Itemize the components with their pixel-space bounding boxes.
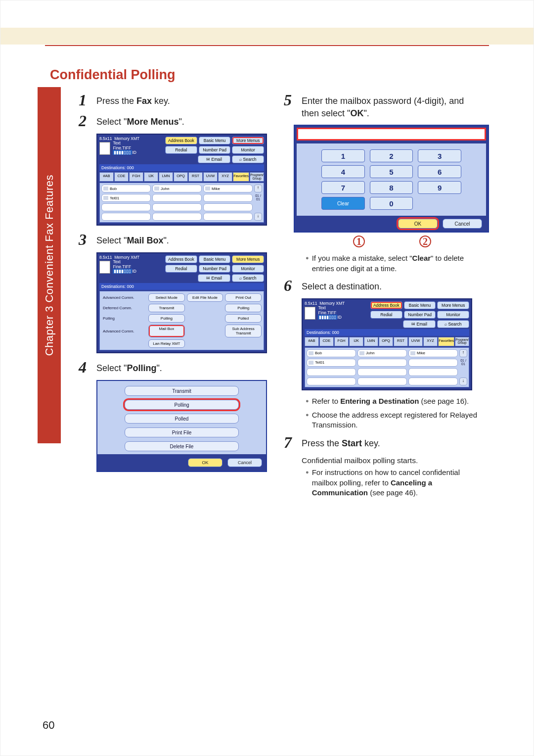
cancel-button[interactable]: Cancel bbox=[227, 458, 262, 467]
key-3[interactable]: 3 bbox=[418, 149, 461, 162]
search-button[interactable]: ⌕ Search bbox=[232, 274, 264, 282]
fax-ui-panel[interactable]: 8.5x11 Memory XMT Text Fine.TIFF ▮▮▮▮▯▯▯… bbox=[96, 134, 267, 226]
more-menus-button[interactable]: More Menus bbox=[232, 137, 264, 144]
number-pad-button[interactable]: Number Pad bbox=[199, 265, 231, 273]
contact-item[interactable]: John bbox=[152, 185, 202, 192]
address-book-button[interactable]: Address Book bbox=[370, 301, 402, 309]
cancel-button[interactable]: Cancel bbox=[443, 219, 482, 229]
contact-item[interactable] bbox=[152, 213, 202, 221]
mode-button[interactable]: Edit File Mode bbox=[187, 293, 223, 302]
contact-item[interactable]: Mike bbox=[408, 349, 458, 357]
destinations-band[interactable]: Destinations: 000 bbox=[305, 329, 469, 336]
mode-button[interactable]: Sub Address Transmit bbox=[225, 325, 262, 337]
alpha-tab[interactable]: RST bbox=[188, 172, 203, 182]
list-item[interactable]: Delete File bbox=[125, 441, 239, 451]
alpha-tab[interactable]: LMN bbox=[364, 337, 378, 346]
contact-item[interactable] bbox=[203, 194, 253, 202]
key-8[interactable]: 8 bbox=[370, 181, 413, 194]
scroll-down[interactable]: ↓ bbox=[254, 213, 262, 221]
contact-item[interactable]: Bob bbox=[101, 185, 151, 192]
number-pad-button[interactable]: Number Pad bbox=[199, 146, 231, 154]
alpha-tab[interactable]: LMN bbox=[159, 172, 173, 182]
destinations-band[interactable]: Destinations: 000 bbox=[99, 164, 264, 171]
list-panel[interactable]: Transmit Polling Polled Print File Delet… bbox=[96, 380, 267, 472]
ok-button[interactable]: OK bbox=[188, 458, 222, 467]
contact-item[interactable] bbox=[152, 194, 202, 202]
contact-item[interactable] bbox=[101, 213, 151, 221]
list-item[interactable]: Polled bbox=[125, 414, 239, 424]
alpha-tab[interactable]: FGH bbox=[129, 172, 143, 182]
contact-item[interactable] bbox=[357, 359, 407, 367]
alpha-tab[interactable]: XYZ bbox=[423, 337, 438, 346]
contact-item[interactable] bbox=[203, 213, 253, 221]
number-pad-button[interactable]: Number Pad bbox=[404, 311, 436, 319]
contact-item[interactable]: Tel01 bbox=[101, 194, 151, 202]
alpha-tab[interactable]: OPQ bbox=[174, 172, 188, 182]
mode-button[interactable]: Select Mode bbox=[148, 293, 185, 302]
redial-button[interactable]: Redial bbox=[165, 146, 197, 154]
contact-item[interactable]: Tel01 bbox=[307, 359, 356, 367]
list-item[interactable]: Transmit bbox=[125, 386, 239, 396]
key-1[interactable]: 1 bbox=[321, 149, 365, 162]
contact-item[interactable] bbox=[307, 378, 356, 385]
alpha-tab[interactable]: UVW bbox=[408, 337, 423, 346]
monitor-button[interactable]: Monitor bbox=[437, 311, 469, 319]
alpha-tab[interactable]: RST bbox=[394, 337, 408, 346]
favorites-tab[interactable]: Favorites bbox=[438, 337, 454, 346]
mode-button[interactable]: Polling bbox=[225, 304, 262, 312]
key-clear[interactable]: Clear bbox=[321, 197, 365, 210]
alpha-tab[interactable]: IJK bbox=[349, 337, 363, 346]
scroll-down[interactable]: ↓ bbox=[459, 378, 467, 385]
address-book-button[interactable]: Address Book bbox=[165, 255, 197, 263]
ok-button[interactable]: OK bbox=[398, 219, 438, 229]
mode-button[interactable]: Polled bbox=[225, 314, 262, 323]
key-7[interactable]: 7 bbox=[321, 181, 365, 194]
redial-button[interactable]: Redial bbox=[370, 311, 402, 319]
program-group-tab[interactable]: Program/ Group bbox=[455, 337, 469, 346]
contact-item[interactable] bbox=[307, 368, 356, 376]
alpha-tab[interactable]: XYZ bbox=[218, 172, 232, 182]
mode-button[interactable]: Print Out bbox=[225, 293, 262, 302]
alpha-tab[interactable]: FGH bbox=[334, 337, 349, 346]
key-2[interactable]: 2 bbox=[370, 149, 413, 162]
key-9[interactable]: 9 bbox=[418, 181, 461, 194]
alpha-tab[interactable]: UVW bbox=[203, 172, 218, 182]
contact-item[interactable] bbox=[357, 368, 407, 376]
email-button[interactable]: ✉ Email bbox=[403, 320, 435, 328]
destinations-band[interactable]: Destinations: 000 bbox=[99, 283, 264, 290]
polling-button[interactable]: Polling bbox=[125, 400, 239, 410]
search-button[interactable]: ⌕ Search bbox=[437, 320, 469, 328]
basic-menu-button[interactable]: Basic Menu bbox=[404, 301, 436, 309]
alpha-tab[interactable]: #AB bbox=[99, 172, 114, 182]
alpha-tab[interactable]: IJK bbox=[144, 172, 158, 182]
mode-button[interactable]: Polling bbox=[148, 314, 185, 323]
key-4[interactable]: 4 bbox=[321, 165, 365, 178]
scroll-up[interactable]: ↑ bbox=[459, 349, 467, 357]
fax-ui-panel[interactable]: 8.5x11 Memory XMT Text Fine.TIFF ▮▮▮▮▯▯▯… bbox=[96, 252, 267, 353]
keypad-panel[interactable]: 1 2 3 4 5 6 7 8 9 Clear 0 OK Cancel bbox=[294, 125, 489, 233]
contact-item[interactable] bbox=[408, 368, 458, 376]
contact-item[interactable]: Bob bbox=[307, 349, 356, 357]
monitor-button[interactable]: Monitor bbox=[232, 265, 264, 273]
list-item[interactable]: Print File bbox=[125, 427, 239, 437]
basic-menu-button[interactable]: Basic Menu bbox=[199, 255, 231, 263]
key-5[interactable]: 5 bbox=[370, 165, 413, 178]
redial-button[interactable]: Redial bbox=[165, 265, 197, 273]
contact-item[interactable] bbox=[101, 203, 151, 211]
address-book-button[interactable]: Address Book bbox=[165, 137, 197, 144]
alpha-tab[interactable]: #AB bbox=[305, 337, 319, 346]
contact-item[interactable]: John bbox=[357, 349, 407, 357]
scroll-up[interactable]: ↑ bbox=[254, 185, 262, 192]
fax-ui-panel[interactable]: 8.5x11 Memory XMT Text Fine.TIFF ▮▮▮▮▯▯▯… bbox=[302, 298, 472, 390]
more-menus-button[interactable]: More Menus bbox=[232, 255, 264, 263]
contact-item[interactable] bbox=[357, 378, 407, 385]
contact-item[interactable] bbox=[408, 378, 458, 385]
program-group-tab[interactable]: Program/ Group bbox=[250, 172, 264, 182]
password-field[interactable] bbox=[297, 128, 486, 141]
contact-item[interactable] bbox=[152, 203, 202, 211]
alpha-tab[interactable]: CDE bbox=[114, 172, 129, 182]
monitor-button[interactable]: Monitor bbox=[232, 146, 264, 154]
key-6[interactable]: 6 bbox=[418, 165, 461, 178]
mode-button[interactable]: Lan Relay XMT bbox=[148, 339, 185, 348]
mode-button[interactable]: Transmit bbox=[148, 304, 185, 312]
